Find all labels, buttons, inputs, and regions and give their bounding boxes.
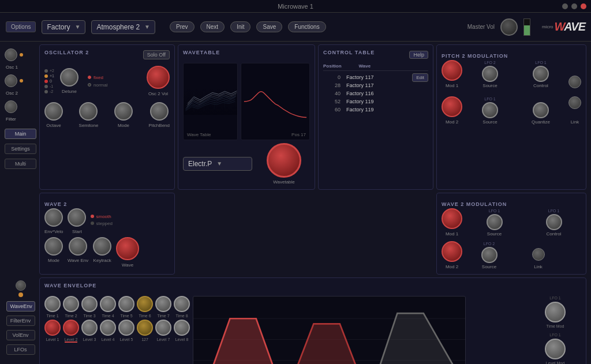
edit-button[interactable]: Edit <box>412 73 428 82</box>
time-mod-group: LFO 1 Time Mod <box>529 296 581 328</box>
lfos-btn[interactable]: LFOs <box>6 344 35 355</box>
pitch2-mod1-knob[interactable] <box>442 60 462 81</box>
level4-knob[interactable] <box>100 320 116 336</box>
octave-knob[interactable] <box>44 102 63 121</box>
settings-btn[interactable]: Settings <box>5 144 36 154</box>
pitch2-quantize-knob[interactable] <box>533 102 549 118</box>
wave2-mod2-knob[interactable] <box>442 241 462 262</box>
options-button[interactable]: Options <box>6 21 36 32</box>
prev-button[interactable]: Prev <box>170 21 194 32</box>
preset-name: Atmosphere 2 <box>96 23 140 31</box>
detune-knob[interactable] <box>60 68 78 87</box>
help-button[interactable]: Help <box>409 51 428 59</box>
init-button[interactable]: Init <box>230 21 250 32</box>
volenv-btn[interactable]: VolEnv <box>6 330 35 340</box>
pitch2-mod2-knob[interactable] <box>442 96 462 117</box>
bank-dropdown[interactable]: Factory ▼ <box>42 20 85 34</box>
start-knob[interactable] <box>68 208 86 227</box>
wt-3d-display: Wave Table <box>183 63 238 140</box>
maximize-button[interactable] <box>571 3 577 9</box>
filter-label: Filter <box>6 117 36 122</box>
waveenv-btn[interactable]: WaveEnv <box>6 301 35 312</box>
minimize-button[interactable] <box>562 3 568 9</box>
wavetable-main-knob[interactable] <box>267 143 301 178</box>
level1-label: Level 1 <box>46 337 59 342</box>
time2-knob[interactable] <box>63 296 79 312</box>
wave2-knobs: Env*Velo Start smooth stepped <box>44 208 170 234</box>
osc1-indicator <box>20 53 23 57</box>
wave2-source1-group: LFO 1 Source <box>467 209 522 237</box>
ctrl-pos-4: 60 <box>323 107 341 112</box>
env-col-1: Time 1 Level 1 <box>44 296 61 364</box>
semi-dot-minus2 <box>44 90 48 93</box>
ctrl-wave-2: Factory 116 <box>346 91 428 96</box>
filterenv-btn[interactable]: FilterEnv <box>6 316 35 326</box>
preset-dropdown[interactable]: Atmosphere 2 ▼ <box>91 20 155 34</box>
pitch2-source1-knob[interactable] <box>482 66 498 82</box>
pitch2-control1-knob[interactable] <box>533 66 549 82</box>
mode-options: fixed normal <box>88 75 107 88</box>
wave-env-knob[interactable] <box>69 237 87 256</box>
save-button[interactable]: Save <box>256 21 282 32</box>
wavetable-title: WAVETABLE <box>183 50 310 55</box>
level2-label: Level 2 <box>65 337 78 343</box>
middle-spacer <box>178 193 433 275</box>
pitch2-link2-knob[interactable] <box>568 96 581 109</box>
wave2-link2-knob[interactable] <box>532 248 545 261</box>
pitchbend-knob[interactable] <box>150 102 169 121</box>
level7-knob[interactable] <box>155 320 171 336</box>
ctrl-wave-1: Factory 117 <box>346 82 428 88</box>
ctrl-row-3: 52 Factory 119 <box>323 97 428 106</box>
filter-knob[interactable] <box>5 100 17 113</box>
time3-knob[interactable] <box>81 296 98 312</box>
time5-knob[interactable] <box>118 296 134 312</box>
time-mod-knob[interactable] <box>545 302 566 322</box>
time6-knob[interactable] <box>137 296 153 312</box>
time8-label: Time 8 <box>175 314 188 318</box>
pitch2-source2-knob[interactable] <box>482 102 498 118</box>
level-mod-knob[interactable] <box>545 339 566 359</box>
semitone-knob[interactable] <box>79 102 98 121</box>
level8-knob[interactable] <box>174 320 190 336</box>
env-velo-knob[interactable] <box>44 208 63 227</box>
wave-knob[interactable] <box>116 237 139 260</box>
level2-knob[interactable] <box>63 320 79 336</box>
functions-button[interactable]: Functions <box>288 21 326 32</box>
wave2-source1-knob[interactable] <box>487 214 503 230</box>
logo-micro: micro <box>542 24 553 29</box>
logo-area: micro WAVE <box>542 20 585 33</box>
wave2-source2-knob[interactable] <box>481 247 498 263</box>
wave-env-label: Wave Env <box>68 258 88 263</box>
wave2-mod1-knob[interactable] <box>442 208 462 229</box>
time4-knob[interactable] <box>100 296 116 312</box>
close-button[interactable] <box>581 3 586 9</box>
solo-button[interactable]: Solo Off <box>143 50 170 59</box>
wave2-mode-knob[interactable] <box>44 237 63 256</box>
pitch2-lfo2-label: LFO 2 <box>484 61 495 65</box>
pitch2-lfo1-label: LFO 1 <box>535 61 546 65</box>
wave2-mode-group: Mode <box>44 237 63 268</box>
detune-group: Detune <box>60 68 78 94</box>
time8-knob[interactable] <box>174 296 190 312</box>
mode-knob[interactable] <box>114 102 133 121</box>
multi-btn[interactable]: Multi <box>5 159 36 169</box>
next-button[interactable]: Next <box>200 21 225 32</box>
osc1-knob[interactable] <box>5 48 17 61</box>
osc2-knob[interactable] <box>5 74 17 87</box>
pitch2-link1-knob[interactable] <box>568 76 581 88</box>
semi-dot-plus1 <box>44 74 48 78</box>
electrp-dropdown[interactable]: Electr.P ▼ <box>183 157 252 171</box>
time7-knob[interactable] <box>155 296 171 312</box>
main-btn[interactable]: Main <box>5 129 36 139</box>
level5-knob[interactable] <box>118 320 134 336</box>
osc2-vol-knob[interactable] <box>147 66 170 89</box>
level3-knob[interactable] <box>81 320 98 336</box>
time1-knob[interactable] <box>44 296 61 312</box>
level6-knob[interactable] <box>137 320 153 336</box>
keytrack-knob[interactable] <box>93 237 111 256</box>
waveenv-knob[interactable] <box>16 280 26 291</box>
wave2-control1-knob[interactable] <box>546 214 562 230</box>
master-vol-knob[interactable] <box>500 18 518 36</box>
pitch2-mod1-group: Mod 1 <box>442 60 462 88</box>
level1-knob[interactable] <box>44 320 61 336</box>
